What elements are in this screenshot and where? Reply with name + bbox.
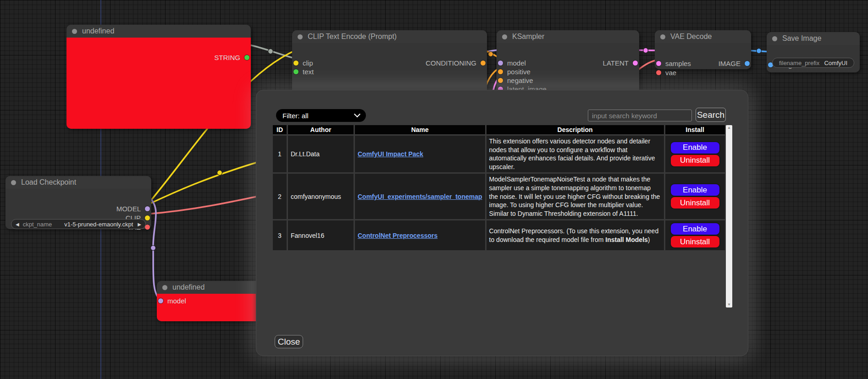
enable-button[interactable]: Enable [671, 223, 719, 235]
node-collapse-dot[interactable] [298, 34, 303, 39]
node-collapse-dot[interactable] [72, 29, 77, 34]
widget-label: ckpt_name [23, 221, 52, 228]
clip-slot-dot[interactable] [145, 215, 150, 220]
close-button[interactable]: Close [275, 335, 303, 348]
extension-table-body: 1Dr.Lt.DataComfyUI Impact PackThis exten… [273, 136, 725, 250]
filename-prefix-widget[interactable]: filename_prefix ComfyUI [772, 58, 854, 68]
enable-button[interactable]: Enable [671, 184, 719, 196]
model-slot-dot[interactable] [498, 60, 503, 66]
conditioning-slot-dot[interactable] [481, 60, 486, 66]
node-collapse-dot[interactable] [502, 34, 507, 39]
node-body: MODEL CLIP VAE ◀ ckpt_name v1-5-pruned-e… [6, 189, 151, 229]
chevron-down-icon [354, 111, 360, 117]
slot-label: IMAGE [719, 60, 741, 67]
node-title: Load Checkpoint [21, 178, 76, 187]
uninstall-button[interactable]: Uninstall [671, 155, 719, 166]
node-title-bar[interactable]: KSampler [497, 30, 639, 43]
slot-label: negative [507, 77, 533, 84]
ckpt-name-widget[interactable]: ◀ ckpt_name v1-5-pruned-emaonly.ckpt ▶ [11, 219, 146, 229]
input-slot-samples[interactable]: samples [656, 59, 691, 67]
node-title: undefined [172, 283, 205, 291]
extension-author-cell: comfyanonymous [288, 174, 354, 219]
uninstall-button[interactable]: Uninstall [671, 197, 719, 209]
negative-slot-dot[interactable] [498, 78, 503, 83]
text-slot-dot[interactable] [293, 69, 299, 74]
column-header-id: ID [273, 125, 287, 134]
node-graph-canvas[interactable]: undefined STRING CLIP Text Encode (Promp… [0, 0, 868, 379]
description-text: Install Models [605, 236, 648, 243]
extension-description-cell: ControlNet Preprocessors. (To use this e… [487, 220, 664, 250]
extension-description-cell: This extension offers various detector n… [487, 136, 664, 172]
model-slot-dot[interactable] [145, 206, 150, 211]
output-slot-conditioning[interactable]: CONDITIONING [426, 59, 486, 67]
node-error-body: STRING [66, 38, 251, 129]
node-collapse-dot[interactable] [772, 36, 777, 41]
output-slot-model[interactable]: MODEL [116, 204, 150, 213]
search-input[interactable] [588, 110, 692, 121]
vae-slot-dot[interactable] [656, 70, 661, 75]
node-collapse-dot[interactable] [660, 34, 665, 39]
previous-arrow-icon[interactable]: ◀ [16, 222, 19, 227]
node-title-bar[interactable]: CLIP Text Encode (Prompt) [292, 30, 487, 43]
node-vae-decode[interactable]: VAE Decode samples vae IMAGE [655, 30, 751, 69]
image-slot-dot[interactable] [745, 61, 750, 66]
latent-slot-dot[interactable] [633, 60, 638, 66]
input-slot-text[interactable]: text [293, 67, 314, 76]
slot-label: CONDITIONING [426, 59, 476, 67]
clip-slot-dot[interactable] [293, 60, 299, 66]
input-slot-vae[interactable]: vae [656, 68, 676, 77]
slot-label: positive [507, 68, 531, 76]
input-slot-model[interactable]: model [158, 297, 186, 305]
input-slot-positive[interactable]: positive [498, 67, 531, 76]
node-title-bar[interactable]: undefined [66, 25, 251, 38]
scroll-up-icon[interactable]: ▲ [727, 125, 731, 131]
table-row: 2comfyanonymousComfyUI_experiments/sampl… [273, 174, 725, 219]
search-button[interactable]: Search [696, 108, 726, 122]
node-body: samples vae IMAGE [655, 43, 751, 69]
scroll-down-icon[interactable]: ▼ [727, 302, 731, 308]
column-header-install: Install [665, 125, 725, 134]
node-title-bar[interactable]: Save Image [767, 32, 860, 45]
description-text: This extension offers various detector n… [489, 137, 655, 170]
slot-label: MODEL [116, 205, 141, 213]
output-slot-string[interactable]: STRING [214, 53, 249, 61]
string-slot-dot[interactable] [244, 55, 249, 60]
node-collapse-dot[interactable] [162, 285, 167, 290]
extension-manager-dialog: Filter: all Search IDAuthorNameDescripti… [256, 90, 748, 356]
filter-dropdown[interactable]: Filter: all [276, 109, 366, 122]
output-slot-image[interactable]: IMAGE [719, 59, 750, 67]
extension-link[interactable]: ControlNet Preprocessors [358, 232, 437, 239]
extension-install-cell: EnableUninstall [665, 220, 725, 250]
slot-label: text [303, 68, 314, 76]
slot-label: model [167, 297, 186, 305]
model-slot-dot[interactable] [158, 298, 163, 303]
input-slot-model[interactable]: model [498, 59, 526, 67]
extension-table-header-row: IDAuthorNameDescriptionInstall [273, 125, 725, 134]
table-scrollbar[interactable]: ▲ ▼ [726, 125, 732, 308]
node-collapse-dot[interactable] [11, 180, 16, 185]
description-text: ModelSamplerTonemapNoiseTest a node that… [489, 176, 660, 217]
node-load-checkpoint[interactable]: Load Checkpoint MODEL CLIP VAE ◀ ckpt_na… [6, 176, 151, 229]
input-slot-clip[interactable]: clip [293, 59, 313, 67]
node-save-image[interactable]: Save Image images filename_prefix ComfyU… [767, 32, 860, 72]
table-row: 3Fannovel16ControlNet PreprocessorsContr… [273, 220, 725, 250]
node-title: undefined [82, 27, 114, 35]
uninstall-button[interactable]: Uninstall [671, 236, 719, 247]
column-header-description: Description [487, 125, 664, 134]
enable-button[interactable]: Enable [671, 142, 719, 154]
node-title-bar[interactable]: Load Checkpoint [6, 176, 151, 189]
input-slot-negative[interactable]: negative [498, 76, 533, 84]
node-title-bar[interactable]: VAE Decode [655, 30, 751, 43]
slot-label: vae [665, 69, 676, 77]
node-undefined-top[interactable]: undefined STRING [66, 25, 251, 129]
output-slot-latent[interactable]: LATENT [603, 59, 638, 67]
samples-slot-dot[interactable] [656, 61, 661, 66]
slot-label: LATENT [603, 59, 629, 67]
extension-link[interactable]: ComfyUI_experiments/sampler_tonemap [358, 193, 482, 200]
extension-id-cell: 3 [273, 220, 287, 250]
extension-name-cell: ControlNet Preprocessors [355, 220, 485, 250]
extension-install-cell: EnableUninstall [665, 136, 725, 172]
positive-slot-dot[interactable] [498, 69, 503, 74]
next-arrow-icon[interactable]: ▶ [138, 222, 141, 227]
extension-link[interactable]: ComfyUI Impact Pack [358, 150, 423, 158]
